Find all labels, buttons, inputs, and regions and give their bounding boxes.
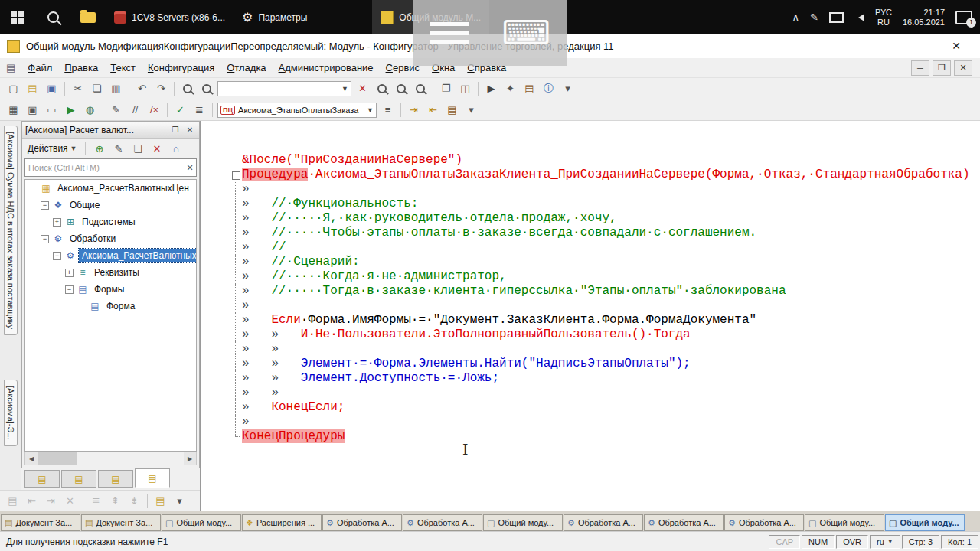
copy-icon[interactable]: ❏ xyxy=(87,80,106,97)
show-picture-icon[interactable]: ▣ xyxy=(23,102,42,119)
pen-icon[interactable]: ✎ xyxy=(810,11,818,23)
tree-item[interactable]: −▤Формы xyxy=(25,281,196,298)
folder-dropdown-icon[interactable]: ▾ xyxy=(170,493,189,510)
code-editor[interactable]: &После("ПриСозданииНаСервере")−Процедура… xyxy=(200,121,980,511)
procedures-list-icon[interactable]: ≡ xyxy=(378,102,397,119)
collapse-icon[interactable]: − xyxy=(53,252,61,260)
window-tab[interactable]: ⚙Обработка А... xyxy=(322,514,402,531)
toolbar-overflow-icon[interactable]: ▾ xyxy=(558,80,577,97)
tree-item[interactable]: −❖Общие xyxy=(25,197,196,214)
collapse-icon[interactable]: − xyxy=(41,201,49,210)
keyboard-icon[interactable]: ⌨ xyxy=(501,16,550,50)
format-block-icon[interactable]: ≣ xyxy=(190,102,209,119)
measure-performance-icon[interactable]: ✦ xyxy=(501,80,520,97)
float-panel-icon[interactable]: ❐ xyxy=(169,124,181,135)
go-to-definition-icon[interactable]: ⇥ xyxy=(404,102,423,119)
close-button[interactable]: ✕ xyxy=(943,34,969,57)
clear-search-icon[interactable]: ✕ xyxy=(184,163,196,173)
tree-item[interactable]: −⚙Обработки xyxy=(25,230,196,247)
side-panel-vertical-tab[interactable]: [Аксиома]-Э... xyxy=(4,380,18,446)
minimize-button[interactable]: — xyxy=(859,34,885,57)
back-to-call-icon[interactable]: ⇤ xyxy=(423,102,443,119)
taskbar-search-button[interactable] xyxy=(35,0,70,34)
add-comment-icon[interactable]: // xyxy=(126,102,145,119)
taskbar-task-settings[interactable]: ⚙ Параметры xyxy=(234,0,315,34)
paste-icon[interactable]: ▥ xyxy=(106,80,126,97)
cut-icon[interactable]: ✂ xyxy=(68,80,87,97)
start-button[interactable] xyxy=(0,0,35,34)
undo-icon[interactable]: ↶ xyxy=(132,80,152,97)
menu-item[interactable]: Файл xyxy=(21,60,58,76)
split-window-icon[interactable]: ◫ xyxy=(456,80,475,97)
tree-item[interactable]: +⊞Подсистемы xyxy=(25,214,196,230)
web-client-icon[interactable]: ◍ xyxy=(80,102,100,119)
copy-item-icon[interactable]: ❏ xyxy=(129,140,148,157)
menu-item[interactable]: Администрирование xyxy=(273,60,380,76)
start-debugging-icon[interactable]: ▶ xyxy=(61,102,80,119)
open-document-icon[interactable]: ▤ xyxy=(23,80,42,97)
expand-icon[interactable]: + xyxy=(53,218,61,227)
add-item-icon[interactable]: ⊕ xyxy=(90,140,109,157)
hidden-icons-chevron[interactable]: ∧ xyxy=(792,11,799,23)
find-next-icon[interactable] xyxy=(372,80,391,97)
delete-item-icon[interactable]: ✕ xyxy=(148,140,167,157)
window-tab[interactable]: ▢Общий моду... xyxy=(483,514,563,531)
find-in-file-icon[interactable] xyxy=(178,80,197,97)
open-folder-icon[interactable]: ▤ xyxy=(151,493,170,510)
syntax-help-icon[interactable]: ▤ xyxy=(520,80,539,97)
network-icon[interactable] xyxy=(829,12,844,23)
hamburger-menu-icon[interactable] xyxy=(430,22,469,44)
window-tab[interactable]: ▢Общий моду... xyxy=(805,514,884,531)
find-icon[interactable] xyxy=(197,80,216,97)
edit-text-icon[interactable]: ✎ xyxy=(106,102,126,119)
window-tab[interactable]: ⚙Обработка А... xyxy=(644,514,724,531)
mdi-close-button[interactable]: ✕ xyxy=(954,60,972,76)
search-combobox[interactable]: ▼ xyxy=(217,81,351,96)
scroll-right-icon[interactable]: ▶ xyxy=(184,452,196,465)
start-debug-icon[interactable]: ▶ xyxy=(482,80,501,97)
menu-item[interactable]: Правка xyxy=(58,60,104,76)
close-panel-icon[interactable]: ✕ xyxy=(184,124,196,135)
scrollbar-thumb[interactable] xyxy=(38,452,77,465)
scroll-left-icon[interactable]: ◀ xyxy=(25,452,38,465)
help-books-icon[interactable]: ▤ xyxy=(443,102,462,119)
find-previous-icon[interactable] xyxy=(391,80,410,97)
syntax-check-icon[interactable]: ✓ xyxy=(171,102,190,119)
tree-item[interactable]: ▦Аксиома_РасчетВалютныхЦен xyxy=(25,180,196,197)
window-tab[interactable]: ⚙Обработка А... xyxy=(403,514,482,531)
menu-item[interactable]: Текст xyxy=(104,60,142,76)
show-table-icon[interactable]: ▦ xyxy=(4,102,23,119)
save-document-icon[interactable]: ▣ xyxy=(42,80,61,97)
info-icon[interactable]: ⓘ xyxy=(539,80,558,97)
find-in-files-icon[interactable] xyxy=(410,80,430,97)
window-tab[interactable]: ▢Общий моду... xyxy=(885,514,965,531)
taskbar-task-1cv8-servers[interactable]: 1CV8 Servers (x86-6... xyxy=(106,0,234,34)
notification-center-icon[interactable]: 1 xyxy=(956,11,972,24)
panel-tab[interactable]: ▤ xyxy=(135,468,170,488)
collapse-icon[interactable]: − xyxy=(41,235,49,243)
window-tab[interactable]: ▤Документ За... xyxy=(81,514,161,531)
tree-horizontal-scrollbar[interactable]: ◀ ▶ xyxy=(24,452,197,465)
mdi-minimize-button[interactable]: ─ xyxy=(911,60,929,76)
panel-tab[interactable]: ▤ xyxy=(24,470,60,488)
tree-item[interactable]: −⚙Аксиома_РасчетВалютныхЦен xyxy=(25,247,196,264)
search-input[interactable] xyxy=(25,163,184,172)
clear-search-icon[interactable]: ✕ xyxy=(353,80,372,97)
scrollbar-track[interactable] xyxy=(38,452,184,465)
remove-comment-icon[interactable]: /× xyxy=(145,102,164,119)
show-monitor-icon[interactable]: ▭ xyxy=(42,102,61,119)
volume-icon[interactable] xyxy=(854,14,864,21)
collapse-icon[interactable]: − xyxy=(65,285,74,294)
window-tab[interactable]: ▤Документ За... xyxy=(1,514,80,531)
actions-menu-button[interactable]: Действия ▼ xyxy=(24,142,80,155)
window-tab[interactable]: ❖Расширения ... xyxy=(242,514,322,531)
panel-tab[interactable]: ▤ xyxy=(98,470,133,488)
edit-item-icon[interactable]: ✎ xyxy=(109,140,129,157)
side-panel-vertical-tab[interactable]: [Аксиома] Сумма НДС в итогах заказа пост… xyxy=(4,126,18,335)
language-indicator[interactable]: РУС RU xyxy=(875,8,892,28)
toolbar-overflow-icon[interactable]: ▾ xyxy=(462,102,481,119)
fold-collapse-icon[interactable]: − xyxy=(230,168,242,182)
new-window-icon[interactable]: ❐ xyxy=(436,80,456,97)
panel-tab[interactable]: ▤ xyxy=(61,470,96,488)
mdi-restore-button[interactable]: ❐ xyxy=(933,60,951,76)
